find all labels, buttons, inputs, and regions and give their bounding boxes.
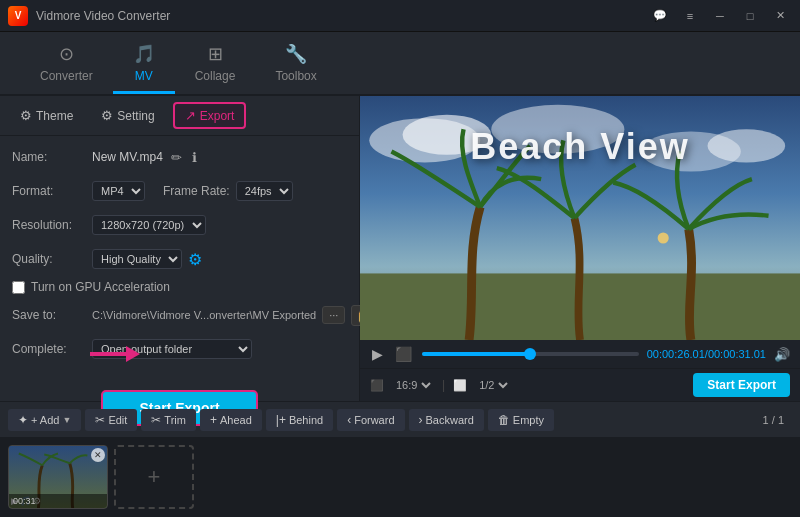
resolution-value: 1280x720 (720p)	[92, 215, 347, 235]
name-row: Name: New MV.mp4 ✏ ℹ	[12, 144, 347, 170]
preview-background: Beach View	[360, 96, 800, 340]
saveto-row: Save to: C:\Vidmore\Vidmore V...onverter…	[12, 302, 347, 328]
video-preview: Beach View	[360, 96, 800, 340]
timeline-item[interactable]: ✕ ▶ 🎵 ⚙ 00:31	[8, 445, 108, 509]
resolution-label: Resolution:	[12, 218, 92, 232]
resolution-row: Resolution: 1280x720 (720p)	[12, 212, 347, 238]
window-controls: 💬 ≡ ─ □ ✕	[648, 8, 792, 24]
add-dropdown-icon: ▼	[62, 415, 71, 425]
timeline-item-time-overlay: 00:31	[9, 494, 107, 508]
timeline: ✕ ▶ 🎵 ⚙ 00:31 +	[0, 437, 800, 517]
backward-button[interactable]: › Backward	[409, 409, 484, 431]
aspect-ratio-select[interactable]: 16:9	[392, 378, 434, 392]
left-panel: ⚙ Theme ⚙ Setting ↗ Export Name: New MV.…	[0, 96, 360, 401]
clip-count-display: 1 / 1	[763, 414, 792, 426]
play-button[interactable]: ▶	[370, 346, 385, 362]
tab-converter[interactable]: ⊙ Converter	[20, 35, 113, 94]
resolution-select[interactable]: 1280x720 (720p)	[92, 215, 206, 235]
format-value: MP4 Frame Rate: 24fps	[92, 181, 347, 201]
name-label: Name:	[12, 150, 92, 164]
complete-select[interactable]: Open output folder	[92, 339, 252, 359]
ahead-button[interactable]: + Ahead	[200, 409, 262, 431]
time-display: 00:00:26.01/00:00:31.01	[647, 348, 766, 360]
add-clip-button[interactable]: +	[114, 445, 194, 509]
progress-bar[interactable]	[422, 352, 639, 356]
mv-icon: 🎵	[133, 43, 155, 65]
timeline-item-close-button[interactable]: ✕	[91, 448, 105, 462]
behind-icon: |+	[276, 413, 286, 427]
path-dots-button[interactable]: ···	[322, 306, 345, 324]
quality-value: High Quality ⚙	[92, 249, 347, 269]
name-edit-icon[interactable]: ✏	[169, 148, 184, 167]
add-icon: ✦	[18, 413, 28, 427]
volume-icon[interactable]: 🔊	[774, 347, 790, 362]
theme-icon: ⚙	[20, 108, 32, 123]
clip-count-select[interactable]: 1/2	[475, 378, 511, 392]
left-toolbar: ⚙ Theme ⚙ Setting ↗ Export	[0, 96, 359, 136]
quality-row: Quality: High Quality ⚙	[12, 246, 347, 272]
add-button[interactable]: ✦ + Add ▼	[8, 409, 81, 431]
main-content: ⚙ Theme ⚙ Setting ↗ Export Name: New MV.…	[0, 96, 800, 401]
tab-mv[interactable]: 🎵 MV	[113, 35, 175, 94]
tab-collage[interactable]: ⊞ Collage	[175, 35, 256, 94]
gpu-label[interactable]: Turn on GPU Acceleration	[31, 280, 170, 294]
video-controls: ▶ ⬛ 00:00:26.01/00:00:31.01 🔊	[360, 340, 800, 368]
quality-select[interactable]: High Quality	[92, 249, 182, 269]
timeline-item-duration: 00:31	[13, 496, 36, 506]
edit-icon: ✂	[95, 413, 105, 427]
export-icon: ↗	[185, 108, 196, 123]
name-value: New MV.mp4 ✏ ℹ	[92, 148, 347, 167]
backward-icon: ›	[419, 413, 423, 427]
format-select[interactable]: MP4	[92, 181, 145, 201]
chat-button[interactable]: 💬	[648, 8, 672, 24]
right-panel: Beach View ▶ ⬛ 00:00:26.01/00:00:31.01 🔊…	[360, 96, 800, 401]
progress-thumb	[524, 348, 536, 360]
forward-button[interactable]: ‹ Forward	[337, 409, 404, 431]
stop-button[interactable]: ⬛	[393, 346, 414, 362]
empty-icon: 🗑	[498, 413, 510, 427]
clip-meta-icon: ⬜	[453, 379, 467, 392]
edit-button[interactable]: ✂ Edit	[85, 409, 137, 431]
gpu-checkbox[interactable]	[12, 281, 25, 294]
converter-icon: ⊙	[59, 43, 74, 65]
maximize-button[interactable]: □	[738, 8, 762, 24]
close-button[interactable]: ✕	[768, 8, 792, 24]
minimize-button[interactable]: ─	[708, 8, 732, 24]
behind-button[interactable]: |+ Behind	[266, 409, 333, 431]
toolbox-icon: 🔧	[285, 43, 307, 65]
complete-value: Open output folder	[92, 339, 347, 359]
format-label: Format:	[12, 184, 92, 198]
progress-fill	[422, 352, 530, 356]
tab-toolbox[interactable]: 🔧 Toolbox	[255, 35, 336, 94]
beach-title: Beach View	[470, 126, 689, 168]
format-row: Format: MP4 Frame Rate: 24fps	[12, 178, 347, 204]
save-path: C:\Vidmore\Vidmore V...onverter\MV Expor…	[92, 309, 316, 321]
trim-button[interactable]: ✂ Trim	[141, 409, 196, 431]
app-logo: V	[8, 6, 28, 26]
gpu-row: Turn on GPU Acceleration	[12, 280, 347, 294]
setting-icon: ⚙	[101, 108, 113, 123]
app-title: Vidmore Video Converter	[36, 9, 648, 23]
export-button[interactable]: ↗ Export	[173, 102, 247, 129]
name-info-icon[interactable]: ℹ	[190, 148, 199, 167]
resolution-meta-icon: ⬛	[370, 379, 384, 392]
complete-row: Complete: Open output folder	[12, 336, 347, 362]
complete-label: Complete:	[12, 342, 92, 356]
quality-settings-icon[interactable]: ⚙	[188, 250, 202, 269]
titlebar: V Vidmore Video Converter 💬 ≡ ─ □ ✕	[0, 0, 800, 32]
start-export-right-button[interactable]: Start Export	[693, 373, 790, 397]
ahead-icon: +	[210, 413, 217, 427]
empty-button[interactable]: 🗑 Empty	[488, 409, 554, 431]
setting-button[interactable]: ⚙ Setting	[91, 104, 164, 127]
svg-point-5	[708, 129, 786, 162]
trim-icon: ✂	[151, 413, 161, 427]
menu-button[interactable]: ≡	[678, 8, 702, 24]
tab-bar: ⊙ Converter 🎵 MV ⊞ Collage 🔧 Toolbox	[0, 32, 800, 96]
framerate-label: Frame Rate:	[163, 184, 230, 198]
collage-icon: ⊞	[208, 43, 223, 65]
svg-point-7	[658, 232, 669, 243]
framerate-select[interactable]: 24fps	[236, 181, 293, 201]
forward-icon: ‹	[347, 413, 351, 427]
saveto-path-container: C:\Vidmore\Vidmore V...onverter\MV Expor…	[92, 305, 379, 326]
theme-button[interactable]: ⚙ Theme	[10, 104, 83, 127]
